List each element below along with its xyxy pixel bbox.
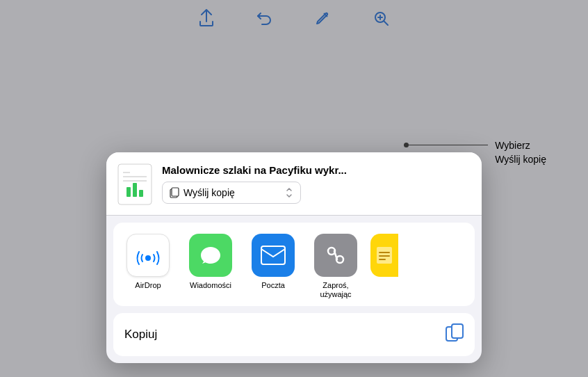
header-info: Malownicze szlaki na Pacyfiku wykr... Wy…: [162, 164, 471, 204]
app-invite[interactable]: Zaproś,używając: [308, 234, 364, 299]
send-copy-button[interactable]: Wyślij kopię: [162, 182, 301, 204]
app-airdrop[interactable]: AirDrop: [120, 234, 176, 299]
notes-icon: [370, 234, 398, 277]
annotation-line: [405, 145, 488, 145]
svg-rect-6: [126, 187, 131, 197]
app-mail[interactable]: Poczta: [245, 234, 301, 299]
actions-section: Kopiuj: [113, 313, 475, 356]
app-notes[interactable]: [370, 234, 398, 299]
invite-label: Zaproś,używając: [320, 281, 351, 299]
airdrop-label: AirDrop: [135, 281, 161, 290]
annotation: Wybierz Wyślij kopię: [495, 139, 546, 166]
mail-icon: [252, 234, 295, 277]
chevron-icon: [285, 187, 293, 198]
copy-icon: [446, 323, 464, 346]
doc-title: Malownicze szlaki na Pacyfiku wykr...: [162, 164, 471, 176]
airdrop-icon: [126, 234, 170, 277]
svg-point-11: [145, 255, 151, 261]
svg-rect-12: [261, 246, 285, 264]
svg-rect-8: [139, 190, 143, 197]
sheet-overlay: Malownicze szlaki na Pacyfiku wykr... Wy…: [0, 0, 588, 377]
apps-row: AirDrop Wiadomości: [120, 234, 468, 299]
svg-rect-7: [133, 183, 137, 197]
document-icon: [117, 163, 152, 205]
app-messages[interactable]: Wiadomości: [183, 234, 238, 299]
sheet-header: Malownicze szlaki na Pacyfiku wykr... Wy…: [106, 152, 482, 216]
svg-rect-10: [172, 188, 179, 196]
copy-action[interactable]: Kopiuj: [113, 313, 475, 356]
invite-icon: [314, 234, 357, 277]
apps-section: AirDrop Wiadomości: [113, 223, 475, 306]
svg-rect-20: [452, 324, 463, 338]
mail-label: Poczta: [261, 281, 285, 290]
messages-label: Wiadomości: [190, 281, 231, 290]
annotation-text: Wybierz Wyślij kopię: [495, 139, 546, 166]
share-sheet: Malownicze szlaki na Pacyfiku wykr... Wy…: [106, 152, 482, 363]
copy-label: Kopiuj: [124, 328, 157, 342]
messages-icon: [189, 234, 232, 277]
